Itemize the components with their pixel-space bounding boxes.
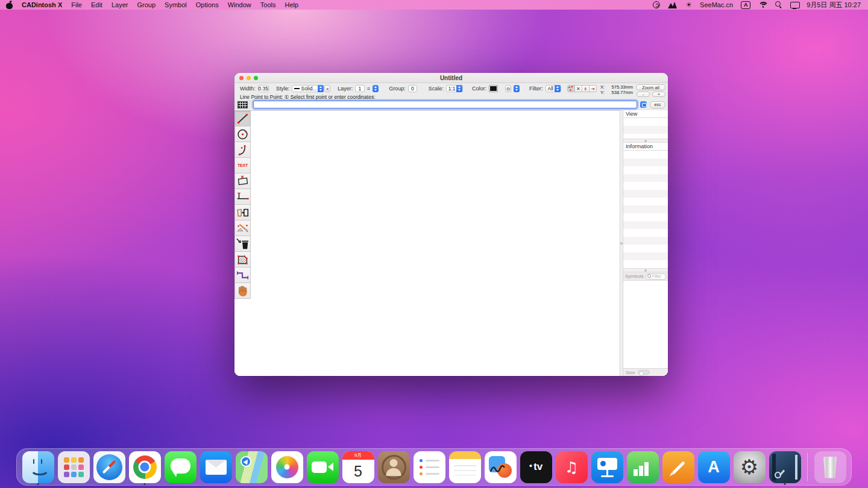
dock-pages[interactable] [661,450,695,484]
filter-combo[interactable]: All [546,85,561,92]
apple-menu-icon[interactable] [6,1,13,9]
nofill-button[interactable]: ⊖ [505,85,511,92]
tool-arc[interactable] [234,142,251,158]
dock-maps[interactable] [234,450,268,484]
view-list[interactable] [623,118,668,139]
splitter-handle-icon [644,269,647,272]
dock-reminders[interactable] [412,450,446,484]
menu-clock[interactable]: 9月5日 周五 10:27 [807,1,861,10]
menu-tools[interactable]: Tools [260,1,276,8]
scale-stepper-icon[interactable] [456,85,462,92]
menu-edit[interactable]: Edit [91,1,102,8]
menu-window[interactable]: Window [228,1,251,8]
dock-contacts[interactable] [377,450,410,484]
size-slider[interactable] [638,370,650,375]
tool-line[interactable] [234,110,251,127]
search-icon [647,274,652,278]
tool-modify[interactable] [234,220,251,236]
mountains-status-icon[interactable] [668,2,678,8]
symbols-search-field[interactable] [646,274,666,280]
layer-stepper-icon[interactable] [373,85,379,92]
dock-safari[interactable] [92,450,126,484]
menu-symbol[interactable]: Symbol [165,1,187,8]
grid-tool-button[interactable] [234,100,250,109]
information-section-header[interactable]: Information [623,143,668,151]
brightness-icon[interactable]: ☀ [685,1,692,8]
dock-settings[interactable]: ⚙ [732,450,766,484]
layer-field[interactable]: 1 [355,85,365,92]
dock-appletv[interactable]: tv [519,450,553,484]
menu-options[interactable]: Options [196,1,219,8]
keypad-icon-button[interactable] [640,101,647,108]
dock-chrome[interactable] [128,450,162,484]
command-input[interactable] [253,101,637,108]
dock-music[interactable]: ♫ [555,450,588,484]
tool-pan[interactable] [234,283,251,299]
dock-messages[interactable] [163,450,197,484]
tool-delete[interactable] [234,236,251,252]
panel-splitter-vertical[interactable] [620,110,623,376]
dock-photos[interactable] [270,450,304,484]
tool-trim[interactable] [234,189,251,205]
menu-help[interactable]: Help [285,1,298,8]
spotlight-search-icon[interactable] [775,1,782,8]
snap-end-toggle[interactable]: ⇥ [589,85,597,92]
tool-polyline[interactable] [234,267,251,283]
app-menu-title[interactable]: CADintosh X [22,1,62,8]
input-source-badge[interactable]: A [741,1,750,9]
sync-status-icon[interactable] [653,1,660,8]
layer-list-icon[interactable]: ≡ [367,86,370,92]
nofill-stepper-icon[interactable] [514,85,520,92]
menu-layer[interactable]: Layer [112,1,128,8]
tool-dimension[interactable] [234,173,251,189]
style-stepper-icon[interactable] [318,85,324,92]
clear-style-button[interactable]: x [324,85,330,92]
tool-copy[interactable] [234,204,251,221]
layer-label: Layer: [338,86,353,92]
dock-launchpad[interactable] [57,450,90,484]
display-icon[interactable] [790,2,799,8]
dock-numbers[interactable] [626,450,659,484]
title-bar[interactable]: Untitled [234,73,668,83]
tool-circle[interactable] [234,126,251,142]
color-well[interactable] [489,85,498,92]
dock-cadintosh[interactable] [768,450,802,484]
dock-keynote[interactable] [590,450,624,484]
dock-freeform[interactable] [483,450,517,484]
filter-stepper-icon[interactable] [555,85,561,92]
music-icon: ♫ [556,451,588,483]
width-label: Width: [240,86,256,92]
dock-appstore[interactable]: A [697,450,731,484]
info-symbols-splitter[interactable] [623,268,668,272]
dock-finder[interactable] [21,450,55,484]
chrome-icon [129,451,161,483]
dock-facetime[interactable] [306,450,339,484]
zoom-all-button[interactable]: Zoom all [636,84,665,90]
dock-trash[interactable] [813,450,847,484]
launchpad-icon [58,451,90,483]
symbols-list-area[interactable] [623,281,668,368]
symbols-filter-input[interactable] [652,274,664,278]
information-list[interactable] [623,151,668,268]
menu-file[interactable]: File [71,1,82,8]
dock-mail[interactable] [199,450,233,484]
esc-button[interactable]: esc [650,101,665,108]
menu-group[interactable]: Group [137,1,156,8]
vpn-status-label[interactable]: SeeMac.cn [700,1,733,8]
scale-combo[interactable]: 1:1 [446,85,464,92]
dock-calendar[interactable]: 9月 5 [341,450,375,484]
view-info-splitter[interactable] [623,139,668,143]
tool-hatch[interactable] [234,251,251,267]
calendar-month: 9月 [342,451,374,460]
width-field[interactable]: 0.35 [258,85,269,92]
zoom-out-button[interactable]: - [637,92,650,97]
view-section-header[interactable]: View [623,110,668,118]
wifi-icon[interactable] [758,2,767,8]
messages-icon [165,451,197,483]
group-field[interactable]: 0 [408,85,418,92]
drawing-canvas[interactable] [234,110,620,376]
style-combo[interactable]: Solid... [292,85,322,92]
dock-notes[interactable] [448,450,482,484]
zoom-in-button[interactable]: + [652,92,665,97]
tool-text[interactable]: TEXT [234,157,251,174]
